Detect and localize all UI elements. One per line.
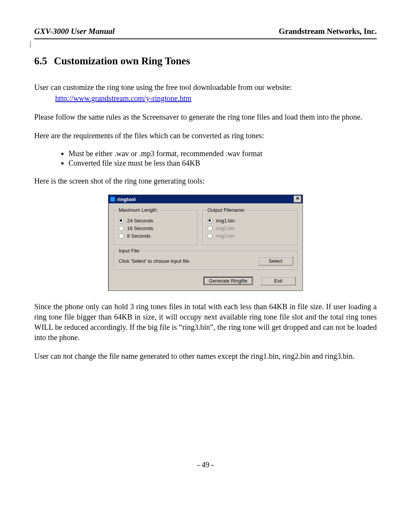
radio-icon xyxy=(119,226,124,231)
input-file-group: Input File: Click 'Select' to choose inp… xyxy=(114,251,297,270)
after-paragraph-1: Since the phone only can hold 3 ring ton… xyxy=(34,302,377,343)
radio-8-seconds[interactable]: 8 Seconds xyxy=(119,233,193,239)
list-item: Converted file size must be less than 64… xyxy=(68,159,377,168)
radio-label: ring1.bin xyxy=(216,218,235,224)
section-number: 6.5 xyxy=(34,55,47,67)
output-filename-group: Output Filename: ring1.bin ring2.bin rin… xyxy=(202,210,297,245)
maximum-length-group: Maximum Length: 24 Seconds 16 Seconds 8 … xyxy=(114,210,197,245)
radio-icon xyxy=(119,218,124,224)
group-legend: Maximum Length: xyxy=(117,207,159,213)
radio-label: ring3.bin xyxy=(216,233,235,239)
select-button[interactable]: Select xyxy=(258,257,293,265)
group-legend: Input File: xyxy=(117,248,142,254)
radio-24-seconds[interactable]: 24 Seconds xyxy=(119,218,193,224)
intro-paragraph: User can customize the ring tone using t… xyxy=(34,82,377,104)
input-file-hint: Click 'Select' to choose input file. xyxy=(119,258,191,264)
dialog-title: ringtool xyxy=(117,197,135,202)
radio-ring3[interactable]: ring3.bin xyxy=(207,233,293,239)
radio-ring2[interactable]: ring2.bin xyxy=(207,225,293,231)
app-icon xyxy=(110,197,115,202)
rules-paragraph: Please follow the same rules as the Scre… xyxy=(34,112,377,122)
requirements-list: Must be either .wav or .mp3 format, reco… xyxy=(34,149,377,168)
radio-label: 16 Seconds xyxy=(127,225,153,231)
radio-label: 24 Seconds xyxy=(127,218,153,224)
radio-label: ring2.bin xyxy=(216,225,235,231)
after-paragraph-2: User can not change the file name genera… xyxy=(34,351,377,361)
radio-icon xyxy=(119,233,124,239)
close-icon: ✕ xyxy=(296,196,299,201)
radio-16-seconds[interactable]: 16 Seconds xyxy=(119,225,193,231)
radio-label: 8 Seconds xyxy=(127,233,150,239)
ringtool-dialog: ringtool ✕ Maximum Length: 24 Seconds xyxy=(108,195,303,291)
radio-icon xyxy=(207,218,213,224)
section-heading: 6.5Customization own Ring Tones xyxy=(34,55,377,67)
group-legend: Output Filename: xyxy=(206,207,247,213)
requirements-intro: Here are the requirements of the files w… xyxy=(34,131,377,141)
screenshot-intro: Here is the screen shot of the ring tone… xyxy=(34,176,377,186)
section-title: Customization own Ring Tones xyxy=(54,55,190,67)
close-button[interactable]: ✕ xyxy=(294,196,301,203)
header-right: Grandstream Networks, Inc. xyxy=(279,27,377,36)
exit-button[interactable]: Exit xyxy=(261,276,296,285)
text-cursor-mark: | xyxy=(30,40,31,48)
generate-ringfile-button[interactable]: Generate Ringfile xyxy=(203,276,253,285)
radio-icon xyxy=(207,233,213,239)
header-left: GXV-3000 User Manual xyxy=(34,27,115,36)
list-item: Must be either .wav or .mp3 format, reco… xyxy=(68,149,377,158)
page-number: - 49 - xyxy=(34,460,377,469)
page-header: GXV-3000 User Manual Grandstream Network… xyxy=(34,27,377,39)
radio-ring1[interactable]: ring1.bin xyxy=(207,218,293,224)
dialog-titlebar: ringtool ✕ xyxy=(108,195,303,203)
download-link[interactable]: http://www.grandstream.com/y-ringtone.ht… xyxy=(55,94,191,102)
radio-icon xyxy=(207,226,213,231)
